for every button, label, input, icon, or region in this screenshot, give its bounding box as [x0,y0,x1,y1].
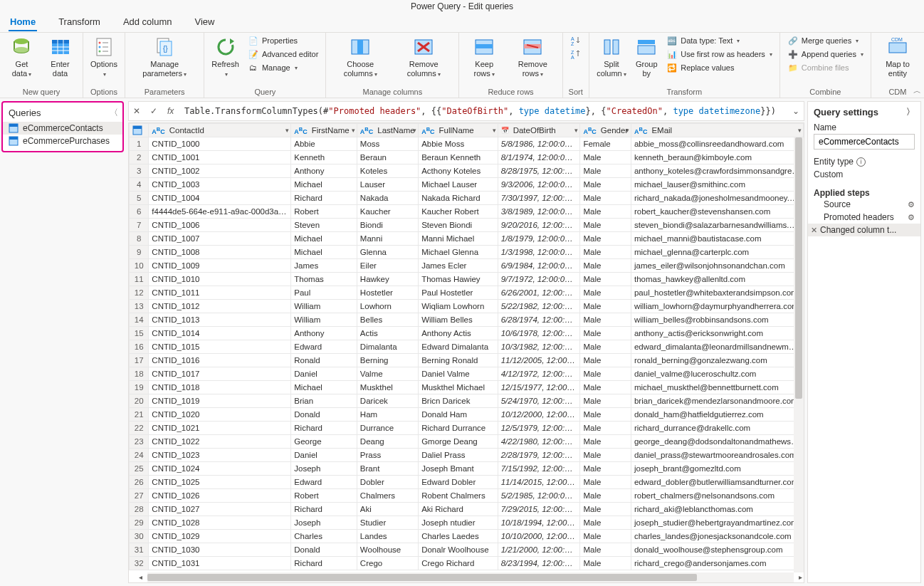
enter-data-button[interactable]: Enter data [42,34,78,79]
table-row[interactable]: 26CNTID_1025EdwardDoblerEdward Dobler11/… [130,476,804,489]
cell-fullname[interactable]: James Ecler [419,259,498,273]
cell-dateofbirth[interactable]: 4/22/1980, 12:00:00 AM [498,435,580,449]
options-button[interactable]: Options▾ [88,34,120,79]
cell-contactid[interactable]: CNTID_1002 [149,164,291,178]
row-number[interactable]: 3 [130,164,149,178]
table-row[interactable]: 15CNTID_1014AnthonyActisAnthony Actis10/… [130,327,804,340]
cell-email[interactable]: donald_ham@hatfieldgutierrez.com [631,408,803,422]
cell-firstname[interactable]: Richard [291,422,357,435]
cell-lastname[interactable]: Nakada [357,192,418,205]
cell-dateofbirth[interactable]: 8/28/1975, 12:00:00 AM [498,164,580,178]
cell-dateofbirth[interactable]: 12/5/1979, 12:00:00 AM [498,422,580,435]
table-row[interactable]: 3CNTID_1002AnthonyKotelesActhony Koteles… [130,164,804,178]
row-number[interactable]: 4 [130,178,149,192]
cell-dateofbirth[interactable]: 7/29/2015, 12:00:00 AM [498,503,580,516]
cell-dateofbirth[interactable]: 10/3/1982, 12:00:00 AM [498,340,580,354]
cell-firstname[interactable]: Brian [291,394,357,408]
scrollbar-thumb[interactable] [795,137,802,399]
row-number[interactable]: 20 [130,394,149,408]
cell-dateofbirth[interactable]: 6/28/1974, 12:00:00 AM [498,313,580,327]
cell-contactid[interactable]: CNTID_1020 [149,408,291,422]
get-data-button[interactable]: Get data▾ [4,34,39,79]
cell-dateofbirth[interactable]: 10/18/1994, 12:00:00 ... [498,516,580,530]
cell-contactid[interactable]: CNTID_1016 [149,354,291,367]
filter-icon[interactable]: ▾ [413,127,416,134]
cell-fullname[interactable]: Bricn Daricek [419,394,498,408]
cell-contactid[interactable]: CNTID_1019 [149,394,291,408]
cell-gender[interactable]: Male [580,327,631,340]
keep-rows-button[interactable]: Keep rows▾ [463,34,505,79]
cell-email[interactable]: edward_dimalanta@leonardmillsandnewman.c… [631,340,803,354]
tab-view[interactable]: View [194,14,216,31]
cell-firstname[interactable]: George [291,435,357,449]
row-number[interactable]: 10 [130,259,149,273]
cell-contactid[interactable]: CNTID_1021 [149,422,291,435]
table-row[interactable]: 9CNTID_1008MichaelGlennaMichael Glenna1/… [130,246,804,259]
cell-firstname[interactable]: Michael [291,232,357,246]
cell-fullname[interactable]: William Belles [419,313,498,327]
table-row[interactable]: 29CNTID_1028JosephStudierJoseph ntudier1… [130,516,804,530]
cell-email[interactable]: ronald_berning@gonzalezwang.com [631,354,803,367]
table-row[interactable]: 1CNTID_1000AbbieMossAbbie Moss5/8/1986, … [130,137,804,151]
cell-lastname[interactable]: Deang [357,435,418,449]
row-number[interactable]: 31 [130,543,149,557]
row-number[interactable]: 24 [130,449,149,462]
cell-gender[interactable]: Male [580,219,631,232]
cell-lastname[interactable]: Aki [357,503,418,516]
cell-lastname[interactable]: Hawkey [357,273,418,286]
cell-email[interactable]: donald_woolhouse@stephensgroup.com [631,543,803,557]
cell-firstname[interactable]: Michael [291,246,357,259]
row-number[interactable]: 32 [130,557,149,570]
manage-parameters-button[interactable]: {} Manage parameters▾ [130,34,199,79]
cell-gender[interactable]: Male [580,164,631,178]
cell-dateofbirth[interactable]: 5/8/1986, 12:00:00 AM [498,137,580,151]
replace-values-button[interactable]: 🔁Replace values [663,61,775,74]
cell-fullname[interactable]: Edward Dobler [419,476,498,489]
cell-lastname[interactable]: Dobler [357,476,418,489]
cell-dateofbirth[interactable]: 3/8/1989, 12:00:00 AM [498,205,580,219]
table-row[interactable]: 14CNTID_1013WilliamBellesWilliam Belles6… [130,313,804,327]
cell-lastname[interactable]: Glenna [357,246,418,259]
cell-fullname[interactable]: Abbie Moss [419,137,498,151]
cell-contactid[interactable]: CNTID_1018 [149,381,291,394]
cell-lastname[interactable]: Moss [357,137,418,151]
cell-gender[interactable]: Male [580,394,631,408]
cell-email[interactable]: brian_daricek@mendezlarsonandmoore.com [631,394,803,408]
table-row[interactable]: 25CNTID_1024JosephBrantJoseph Bmant7/15/… [130,462,804,476]
cell-email[interactable]: robert_kaucher@stevenshansen.com [631,205,803,219]
cell-dateofbirth[interactable]: 8/23/1994, 12:00:00 AM [498,557,580,570]
row-number[interactable]: 18 [130,367,149,381]
cell-email[interactable]: richard_aki@leblancthomas.com [631,503,803,516]
cell-fullname[interactable]: Daliel Prass [419,449,498,462]
row-number[interactable]: 1 [130,137,149,151]
cell-dateofbirth[interactable]: 9/20/2016, 12:00:00 AM [498,219,580,232]
row-number[interactable]: 16 [130,340,149,354]
cell-gender[interactable]: Male [580,489,631,503]
cell-contactid[interactable]: CNTID_1028 [149,516,291,530]
group-by-button[interactable]: Group by [632,34,661,79]
cell-firstname[interactable]: Joseph [291,462,357,476]
cell-fullname[interactable]: Steven Biondi [419,219,498,232]
row-number[interactable]: 6 [130,205,149,219]
cell-firstname[interactable]: Michael [291,178,357,192]
cell-email[interactable]: daniel_valme@luceroschultz.com [631,367,803,381]
cell-contactid[interactable]: CNTID_1010 [149,273,291,286]
query-item[interactable]: eCommerceContacts [3,122,122,135]
row-number[interactable]: 12 [130,286,149,300]
table-row[interactable]: 28CNTID_1027RichardAkiAki Richard7/29/20… [130,503,804,516]
cell-contactid[interactable]: CNTID_1024 [149,462,291,476]
cell-lastname[interactable]: Prass [357,449,418,462]
cell-firstname[interactable]: Richard [291,503,357,516]
cell-fullname[interactable]: Richard Durrance [419,422,498,435]
col-fullname[interactable]: ABCFullName▾ [419,124,498,137]
table-row[interactable]: 17CNTID_1016RonaldBerningBerning Ronald1… [130,354,804,367]
ribbon-collapse-icon[interactable]: ︿ [913,85,921,96]
table-row[interactable]: 13CNTID_1012WilliamLowhornWiqliam Lowhor… [130,300,804,313]
cell-contactid[interactable]: CNTID_1013 [149,313,291,327]
table-row[interactable]: 21CNTID_1020DonaldHamDonald Ham10/12/200… [130,408,804,422]
choose-columns-button[interactable]: Choose columns▾ [330,34,390,79]
cell-gender[interactable]: Male [580,300,631,313]
cell-contactid[interactable]: CNTID_1026 [149,489,291,503]
cell-dateofbirth[interactable]: 10/10/2000, 12:00:00 ... [498,530,580,543]
cell-firstname[interactable]: Joseph [291,516,357,530]
